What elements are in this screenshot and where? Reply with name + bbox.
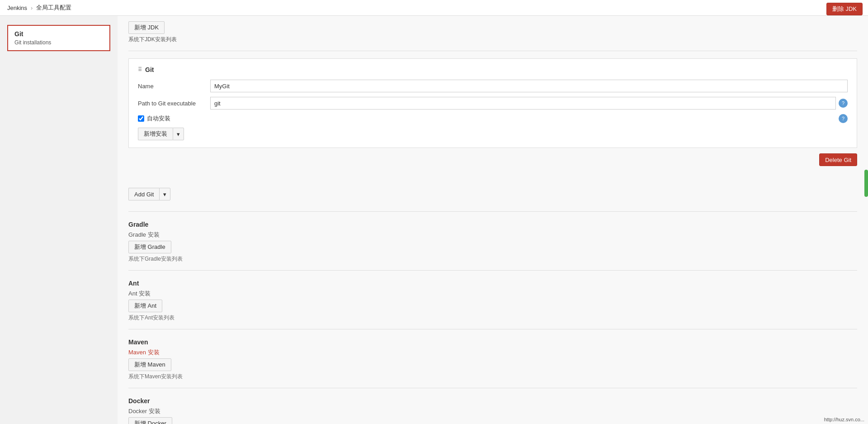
git-path-row: Path to Git executable ? xyxy=(138,97,848,110)
auto-install-row: 自动安装 ? xyxy=(138,114,848,123)
sidebar-git-title: Git xyxy=(14,30,103,38)
url-bottom-bar: http://huz.svn.co... xyxy=(824,417,864,422)
docker-sub: Docker 安装 xyxy=(128,407,857,415)
sidebar: Git Git installations xyxy=(0,16,118,424)
gradle-btn-row: 新增 Gradle xyxy=(128,241,857,253)
top-right-area: 删除 JDK xyxy=(826,3,863,15)
scrollbar-indicator[interactable] xyxy=(864,170,868,197)
breadcrumb: Jenkins › 全局工具配置 xyxy=(0,0,868,16)
auto-install-checkbox[interactable] xyxy=(138,115,144,122)
docker-divider xyxy=(128,388,857,388)
git-path-label: Path to Git executable xyxy=(138,100,210,107)
ant-note: 系统下Ant安装列表 xyxy=(128,314,857,322)
ant-divider xyxy=(128,270,857,271)
jdk-system-note: 系统下JDK安装列表 xyxy=(128,36,857,43)
git-block-title: Git xyxy=(145,66,154,73)
add-gradle-button[interactable]: 新增 Gradle xyxy=(128,241,171,253)
git-path-input[interactable] xyxy=(210,97,836,110)
auto-install-help-icon[interactable]: ? xyxy=(839,114,848,123)
gradle-section: Gradle Gradle 安装 新增 Gradle 系统下Gradle安装列表 xyxy=(128,221,857,263)
breadcrumb-home[interactable]: Jenkins xyxy=(7,5,27,11)
add-docker-button[interactable]: 新增 Docker xyxy=(128,417,172,424)
add-ant-button[interactable]: 新增 Ant xyxy=(128,300,162,312)
add-git-button[interactable]: Add Git xyxy=(128,188,159,200)
drag-handle-icon: ⠿ xyxy=(138,67,142,73)
content-area: 新增 JDK 系统下JDK安装列表 ⠿ Git Name Path to Git… xyxy=(118,16,868,424)
breadcrumb-sep: › xyxy=(31,5,33,11)
add-install-button[interactable]: 新增安装 xyxy=(138,128,173,140)
add-git-btn-group: Add Git ▾ xyxy=(128,188,170,200)
add-jdk-button[interactable]: 新增 JDK xyxy=(128,21,165,34)
auto-install-label: 自动安装 xyxy=(147,114,170,123)
maven-divider xyxy=(128,329,857,329)
delete-git-area: Delete Git xyxy=(128,153,857,166)
ant-section: Ant Ant 安装 新增 Ant 系统下Ant安装列表 xyxy=(128,280,857,322)
docker-btn-row: 新增 Docker xyxy=(128,417,857,424)
maven-note: 系统下Maven安装列表 xyxy=(128,373,857,381)
maven-btn-row: 新增 Maven xyxy=(128,358,857,371)
gradle-sub: Gradle 安装 xyxy=(128,231,857,239)
maven-sub: Maven 安装 xyxy=(128,348,857,357)
jdk-divider xyxy=(128,51,857,51)
maven-heading: Maven xyxy=(128,338,857,346)
ant-btn-row: 新增 Ant xyxy=(128,300,857,312)
git-name-label: Name xyxy=(138,83,210,90)
git-form-section: ⠿ Git Name Path to Git executable ? xyxy=(128,58,857,204)
docker-section: Docker Docker 安装 新增 Docker 系统下Docker安装列表 xyxy=(128,397,857,424)
ant-sub: Ant 安装 xyxy=(128,290,857,298)
docker-heading: Docker xyxy=(128,397,857,405)
git-block-header: ⠿ Git xyxy=(138,66,848,73)
git-name-row: Name xyxy=(138,80,848,92)
delete-jdk-button[interactable]: 删除 JDK xyxy=(826,3,863,15)
gradle-divider xyxy=(128,211,857,212)
add-install-btn-group: 新增安装 ▾ xyxy=(138,128,184,140)
git-name-input[interactable] xyxy=(210,80,848,92)
sidebar-git-sub: Git installations xyxy=(14,39,103,46)
breadcrumb-current: 全局工具配置 xyxy=(36,4,71,12)
main-wrapper: Git Git installations 新增 JDK 系统下JDK安装列表 … xyxy=(0,16,868,424)
add-install-caret[interactable]: ▾ xyxy=(173,128,184,140)
gradle-note: 系统下Gradle安装列表 xyxy=(128,255,857,263)
gradle-heading: Gradle xyxy=(128,221,857,228)
git-block: ⠿ Git Name Path to Git executable ? xyxy=(128,58,857,148)
git-path-help-icon[interactable]: ? xyxy=(839,99,848,108)
add-maven-button[interactable]: 新增 Maven xyxy=(128,358,171,371)
jdk-section-row: 新增 JDK xyxy=(128,21,857,34)
delete-git-button[interactable]: Delete Git xyxy=(819,153,857,166)
maven-section: Maven Maven 安装 新增 Maven 系统下Maven安装列表 xyxy=(128,338,857,381)
ant-heading: Ant xyxy=(128,280,857,287)
add-git-caret[interactable]: ▾ xyxy=(159,188,170,200)
sidebar-git-section[interactable]: Git Git installations xyxy=(7,25,110,51)
